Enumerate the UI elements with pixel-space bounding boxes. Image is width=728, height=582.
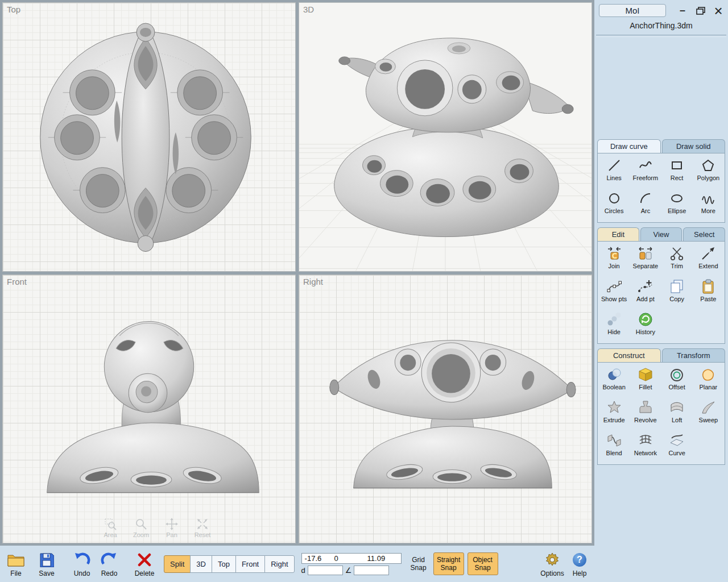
tool-planar[interactable]: Planar [693,367,724,395]
delete-x-icon [137,551,152,569]
straight-snap-toggle[interactable]: Straight Snap [433,552,464,576]
view-button-top[interactable]: Top [212,555,236,573]
draw-section: Draw curve Draw solid Lines Freeform Rec… [597,139,725,223]
view-button-right[interactable]: Right [264,555,294,573]
viewport-top[interactable]: Top [2,2,296,272]
redo-button[interactable]: Redo [98,551,121,577]
tool-fillet[interactable]: Fillet [630,367,661,395]
delete-button[interactable]: Delete [133,551,156,577]
viewport-right-canvas[interactable] [299,275,592,543]
viewport-3d[interactable]: 3D [299,2,592,272]
tool-loft[interactable]: Loft [661,400,693,428]
tool-offset[interactable]: Offset [661,367,693,395]
viewport-pan-button[interactable]: Pan [160,518,184,538]
separate-icon [638,246,653,261]
viewport-right[interactable]: Right [299,275,592,544]
tool-arc[interactable]: Arc [630,190,661,219]
arc-icon [639,190,652,206]
reset-icon [196,518,209,530]
tool-boolean[interactable]: Boolean [598,367,630,395]
tab-view[interactable]: View [640,227,682,241]
undo-button[interactable]: Undo [71,551,93,577]
viewport-front[interactable]: Front [2,275,296,544]
tool-ellipse[interactable]: Ellipse [661,190,693,219]
tool-extrude[interactable]: Extrude [598,400,630,428]
save-button[interactable]: Save [35,551,58,577]
polygon-icon [701,157,715,173]
viewport-top-canvas[interactable] [3,3,295,271]
file-folder-icon [7,551,25,569]
viewport-zoom-button[interactable]: Zoom [129,518,153,538]
tool-history[interactable]: History [630,311,661,340]
viewport-area-button[interactable]: Area [98,518,122,538]
tool-revolve[interactable]: Revolve [630,400,661,428]
distance-input[interactable] [308,566,343,575]
view-button-3d[interactable]: 3D [190,555,212,573]
planar-icon [701,367,715,383]
document-filename: AnchorThing.3dm [594,21,728,30]
minimize-icon[interactable]: – [676,5,689,17]
viewport-grid: Top [0,0,594,546]
draw-tabs: Draw curve Draw solid [597,139,725,153]
tool-network[interactable]: Network [630,433,661,461]
tool-curve[interactable]: Curve [661,433,693,461]
loft-icon [669,400,684,415]
tool-join[interactable]: Join [598,246,630,274]
tool-blend[interactable]: Blend [598,433,630,461]
view-button-front[interactable]: Front [235,555,265,573]
viewport-3d-canvas[interactable] [299,3,592,271]
viewport-front-canvas[interactable] [3,275,295,543]
view-button-split[interactable]: Split [164,555,191,573]
construct-tools: Boolean Fillet Offset Planar Extrude [597,362,725,465]
file-button[interactable]: File [5,551,27,577]
tool-polygon[interactable]: Polygon [693,157,724,186]
tab-select[interactable]: Select [683,227,725,241]
viewport-top-label: Top [7,5,20,14]
tool-hide[interactable]: Hide [598,311,630,340]
tool-show-pts[interactable]: Show pts [598,278,630,307]
tab-edit[interactable]: Edit [597,227,639,241]
redo-arrow-icon [101,551,118,569]
grid-snap-toggle[interactable]: Grid Snap [407,553,430,575]
tool-extend[interactable]: Extend [693,246,724,274]
revolve-icon [638,400,653,415]
tab-draw-solid[interactable]: Draw solid [662,139,726,153]
tool-copy[interactable]: Copy [661,278,693,307]
tool-sweep[interactable]: Sweep [693,400,724,428]
curve-icon [669,433,684,448]
tool-trim[interactable]: Trim [661,246,693,274]
viewport-reset-button[interactable]: Reset [191,518,214,538]
close-icon[interactable]: × [712,5,725,17]
more-icon [701,190,715,206]
tool-lines[interactable]: Lines [598,157,630,186]
tool-add-pt[interactable]: Add pt [630,278,661,307]
coordinate-readout: -17.6 0 11.09 d ∠ [301,553,402,575]
tool-separate[interactable]: Separate [630,246,661,274]
tab-transform[interactable]: Transform [662,348,726,362]
maximize-icon[interactable] [694,5,707,17]
options-button[interactable]: Options [541,551,564,577]
lines-icon [607,157,621,173]
tool-rect[interactable]: Rect [661,157,693,186]
viewport-nav-bar: Area Zoom Pan [98,518,214,538]
hide-icon [607,311,622,327]
xyz-coordinate-field[interactable]: -17.6 0 11.09 [301,553,402,564]
sweep-icon [701,400,715,415]
tab-draw-curve[interactable]: Draw curve [597,139,661,153]
viewport-3d-label: 3D [303,5,314,14]
fillet-icon [638,367,653,383]
app-title-button[interactable]: MoI [599,4,666,17]
coord-y: 0 [334,554,367,563]
history-icon [638,311,653,327]
tool-freeform[interactable]: Freeform [630,157,661,186]
tab-construct[interactable]: Construct [597,348,661,362]
tool-paste[interactable]: Paste [693,278,724,307]
tool-circles[interactable]: Circles [598,190,630,219]
blend-icon [607,433,622,448]
object-snap-toggle[interactable]: Object Snap [468,552,498,576]
tool-more[interactable]: More [693,190,724,219]
extrude-icon [607,400,622,415]
gear-icon [545,551,560,569]
angle-input[interactable] [354,566,389,575]
help-button[interactable]: ? Help [568,551,591,577]
